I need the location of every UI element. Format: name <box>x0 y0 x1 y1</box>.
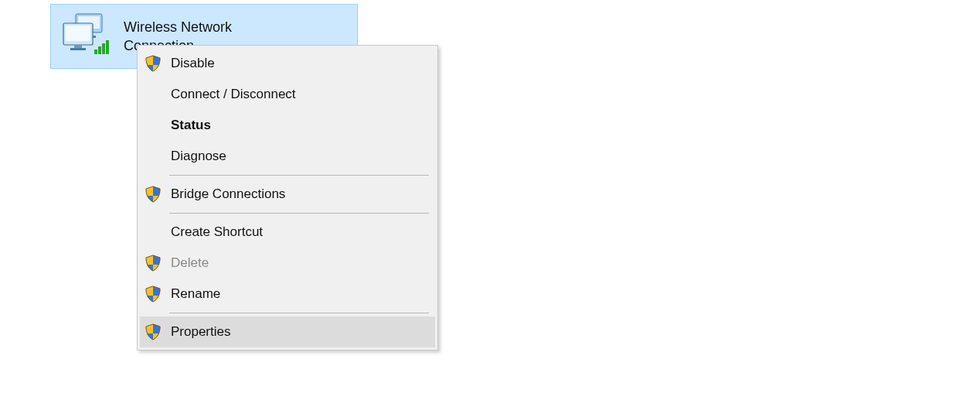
svg-rect-11 <box>106 40 109 54</box>
shield-icon <box>145 286 162 303</box>
menu-item-create-shortcut[interactable]: Create Shortcut <box>140 217 435 248</box>
menu-item-status[interactable]: Status <box>140 110 435 141</box>
menu-item-label: Diagnose <box>171 149 226 164</box>
menu-separator <box>169 213 429 214</box>
shield-icon <box>145 186 162 203</box>
menu-separator <box>169 313 429 313</box>
menu-item-label: Status <box>171 118 211 133</box>
shield-icon <box>145 55 162 72</box>
menu-item-connect-disconnect[interactable]: Connect / Disconnect <box>140 79 435 110</box>
svg-rect-9 <box>98 46 101 54</box>
menu-item-label: Bridge Connections <box>171 186 285 202</box>
svg-rect-10 <box>102 43 105 54</box>
menu-icon-empty <box>145 117 162 134</box>
svg-rect-5 <box>66 26 90 41</box>
menu-icon-empty <box>145 148 162 165</box>
menu-icon-empty <box>145 224 162 241</box>
menu-item-label: Connect / Disconnect <box>171 87 296 102</box>
network-adapter-icon <box>60 12 113 60</box>
svg-rect-8 <box>94 50 97 54</box>
menu-icon-empty <box>145 86 162 103</box>
menu-item-label: Properties <box>171 324 230 340</box>
menu-item-delete: Delete <box>140 248 435 279</box>
menu-item-properties[interactable]: Properties <box>140 316 435 347</box>
svg-rect-6 <box>74 45 82 48</box>
shield-icon <box>145 255 162 272</box>
menu-item-rename[interactable]: Rename <box>140 279 435 310</box>
menu-item-label: Create Shortcut <box>171 224 263 240</box>
menu-item-label: Rename <box>171 286 220 302</box>
shield-icon <box>145 323 162 340</box>
context-menu: Disable Connect / Disconnect Status Diag… <box>137 45 438 351</box>
menu-item-label: Delete <box>171 255 209 271</box>
menu-item-bridge-connections[interactable]: Bridge Connections <box>140 179 435 210</box>
menu-item-disable[interactable]: Disable <box>140 48 435 79</box>
menu-item-label: Disable <box>171 56 215 71</box>
network-adapter-title-line1: Wireless Network <box>124 18 232 36</box>
menu-separator <box>169 175 429 176</box>
menu-item-diagnose[interactable]: Diagnose <box>140 141 435 172</box>
svg-rect-7 <box>70 48 86 50</box>
